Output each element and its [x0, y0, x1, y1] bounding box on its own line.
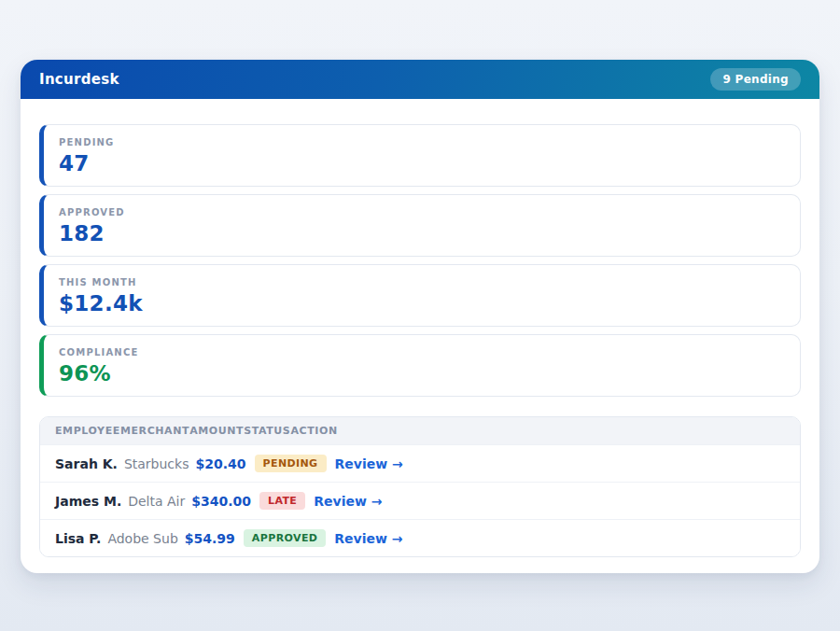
stat-value: 47 [59, 151, 785, 175]
expense-amount: $340.00 [191, 494, 251, 509]
stat-card-compliance: COMPLIANCE 96% [39, 334, 801, 397]
stat-card-this-month: THIS MONTH $12.4k [39, 264, 801, 327]
column-header-status: STATUS [244, 425, 290, 437]
employee-name: Lisa P. [55, 531, 101, 546]
merchant-name: Starbucks [124, 456, 189, 471]
employee-name: Sarah K. [55, 456, 118, 471]
expenses-table: EMPLOYEEMERCHANTAMOUNTSTATUSACTION Sarah… [39, 416, 801, 557]
stat-value: 182 [59, 221, 785, 245]
pending-count-badge: 9 Pending [710, 68, 801, 91]
table-header-row: EMPLOYEEMERCHANTAMOUNTSTATUSACTION [40, 417, 800, 444]
status-badge: PENDING [255, 455, 327, 472]
status-badge: APPROVED [244, 529, 327, 547]
stat-card-pending: PENDING 47 [39, 124, 801, 187]
stat-label: APPROVED [59, 207, 785, 217]
column-header-merchant: MERCHANT [120, 425, 189, 437]
merchant-name: Delta Air [128, 494, 185, 509]
stat-label: THIS MONTH [59, 277, 785, 287]
review-link[interactable]: Review → [314, 494, 382, 509]
stat-label: PENDING [59, 137, 785, 147]
column-header-action: ACTION [290, 425, 337, 437]
status-badge: LATE [259, 492, 305, 510]
merchant-name: Adobe Sub [107, 531, 177, 546]
column-header-amount: AMOUNT [189, 425, 244, 437]
table-row: Sarah K. Starbucks $20.40 PENDING Review… [40, 444, 800, 482]
stat-card-approved: APPROVED 182 [39, 194, 801, 257]
main-content: PENDING 47 APPROVED 182 THIS MONTH $12.4… [21, 99, 819, 573]
column-header-employee: EMPLOYEE [55, 425, 120, 437]
app-card: Incurdesk 9 Pending PENDING 47 APPROVED … [21, 60, 819, 573]
table-row: James M. Delta Air $340.00 LATE Review → [40, 482, 800, 519]
app-title: Incurdesk [39, 71, 119, 88]
employee-name: James M. [55, 494, 121, 509]
review-link[interactable]: Review → [335, 456, 403, 471]
table-row: Lisa P. Adobe Sub $54.99 APPROVED Review… [40, 519, 800, 556]
expense-amount: $20.40 [195, 456, 245, 471]
review-link[interactable]: Review → [334, 531, 402, 546]
stat-label: COMPLIANCE [59, 347, 785, 358]
stat-value: $12.4k [59, 291, 785, 316]
app-header: Incurdesk 9 Pending [21, 60, 819, 99]
expense-amount: $54.99 [185, 531, 235, 546]
stat-value: 96% [59, 361, 785, 386]
